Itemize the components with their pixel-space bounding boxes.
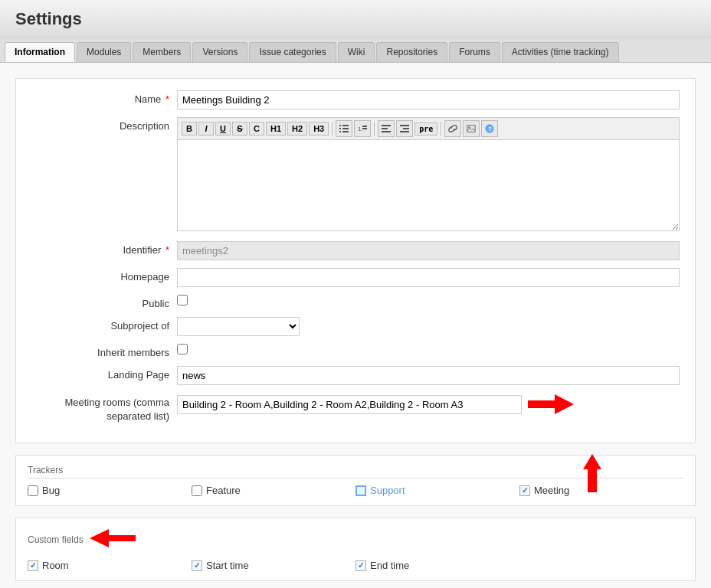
identifier-input[interactable] bbox=[177, 241, 680, 260]
info-section: Name * Description B I U S bbox=[15, 78, 696, 443]
custom-field-start-checkbox[interactable] bbox=[192, 560, 202, 571]
name-required: * bbox=[165, 93, 169, 105]
public-control bbox=[177, 295, 680, 308]
trackers-section: Trackers Bug Feature Support Me bbox=[15, 455, 696, 506]
h1-button[interactable]: H1 bbox=[266, 122, 286, 136]
tracker-feature-checkbox[interactable] bbox=[192, 485, 202, 496]
svg-rect-14 bbox=[400, 131, 409, 132]
tab-information[interactable]: Information bbox=[5, 42, 75, 62]
identifier-required: * bbox=[165, 244, 169, 256]
tracker-feature: Feature bbox=[192, 485, 356, 496]
bold-button[interactable]: B bbox=[182, 122, 197, 136]
tab-modules[interactable]: Modules bbox=[77, 42, 131, 62]
name-label: Name * bbox=[31, 90, 177, 105]
name-control bbox=[177, 90, 680, 109]
tab-issue-categories[interactable]: Issue categories bbox=[249, 42, 336, 62]
tracker-bug: Bug bbox=[28, 485, 192, 496]
description-textarea[interactable] bbox=[177, 139, 680, 231]
homepage-label: Homepage bbox=[31, 268, 177, 283]
svg-rect-0 bbox=[339, 125, 341, 126]
svg-marker-20 bbox=[583, 454, 601, 492]
separator3 bbox=[441, 122, 441, 136]
tab-versions[interactable]: Versions bbox=[192, 42, 247, 62]
link-button[interactable] bbox=[444, 120, 461, 137]
custom-field-end-checkbox[interactable] bbox=[356, 560, 366, 571]
tracker-bug-checkbox[interactable] bbox=[28, 485, 38, 496]
homepage-input[interactable] bbox=[177, 268, 680, 287]
page-header: Settings bbox=[0, 0, 711, 38]
tracker-meeting: Meeting bbox=[519, 485, 683, 496]
unordered-list-button[interactable] bbox=[336, 120, 352, 137]
subproject-row: Subproject of bbox=[31, 317, 680, 336]
description-toolbar: B I U S C H1 H2 H3 bbox=[177, 117, 680, 139]
trackers-grid: Bug Feature Support Meeting bbox=[28, 485, 683, 496]
svg-rect-13 bbox=[403, 128, 409, 129]
tracker-support-label: Support bbox=[370, 485, 405, 496]
tab-forums[interactable]: Forums bbox=[449, 42, 500, 62]
svg-rect-4 bbox=[339, 131, 341, 132]
image-button[interactable] bbox=[463, 120, 480, 137]
custom-field-start-time: Start time bbox=[192, 560, 356, 571]
tracker-meeting-checkbox[interactable] bbox=[519, 485, 530, 496]
svg-marker-19 bbox=[528, 394, 574, 414]
inherit-members-checkbox[interactable] bbox=[177, 344, 188, 354]
tab-members[interactable]: Members bbox=[133, 42, 191, 62]
svg-marker-21 bbox=[90, 529, 136, 547]
align-left-button[interactable] bbox=[378, 120, 395, 137]
description-control: B I U S C H1 H2 H3 bbox=[177, 117, 680, 234]
landing-page-label: Landing Page bbox=[31, 366, 177, 381]
arrow-icon bbox=[528, 393, 574, 416]
description-row: Description B I U S C H1 H2 H3 bbox=[31, 117, 680, 234]
tracker-meeting-label: Meeting bbox=[534, 485, 569, 496]
tabs-bar: Information Modules Members Versions Iss… bbox=[0, 38, 711, 63]
landing-page-control bbox=[177, 366, 680, 385]
tab-wiki[interactable]: Wiki bbox=[338, 42, 375, 62]
tab-repositories[interactable]: Repositories bbox=[376, 42, 447, 62]
separator2 bbox=[374, 122, 375, 136]
identifier-label: Identifier * bbox=[31, 241, 177, 256]
strikethrough-button[interactable]: S bbox=[232, 122, 247, 136]
custom-field-room-checkbox[interactable] bbox=[28, 560, 38, 571]
tracker-feature-label: Feature bbox=[206, 485, 241, 496]
homepage-control bbox=[177, 268, 680, 287]
page-title: Settings bbox=[15, 9, 696, 29]
inherit-members-control bbox=[177, 344, 680, 357]
svg-rect-10 bbox=[382, 128, 388, 129]
landing-page-input[interactable] bbox=[177, 366, 680, 385]
code-button[interactable]: C bbox=[249, 122, 264, 136]
inherit-members-row: Inherit members bbox=[31, 344, 680, 358]
tab-activities[interactable]: Activities (time tracking) bbox=[502, 42, 619, 62]
subproject-label: Subproject of bbox=[31, 317, 177, 332]
italic-button[interactable]: I bbox=[198, 122, 214, 136]
pre-button[interactable]: pre bbox=[414, 122, 437, 136]
name-row: Name * bbox=[31, 90, 680, 109]
subproject-select[interactable] bbox=[177, 317, 300, 336]
h2-button[interactable]: H2 bbox=[287, 122, 307, 136]
ordered-list-button[interactable]: 1. bbox=[354, 120, 371, 137]
image-icon bbox=[467, 124, 476, 133]
help-icon: ? bbox=[485, 123, 494, 134]
public-label: Public bbox=[31, 295, 177, 309]
help-button[interactable]: ? bbox=[481, 120, 498, 137]
svg-rect-7 bbox=[362, 126, 367, 127]
support-checkbox-visual bbox=[356, 485, 366, 496]
meeting-rooms-label: Meeting rooms (comma separated list) bbox=[31, 393, 177, 423]
svg-rect-9 bbox=[382, 125, 391, 126]
custom-fields-section: Custom fields Room bbox=[15, 518, 696, 581]
align-right-button[interactable] bbox=[396, 120, 413, 137]
subproject-control bbox=[177, 317, 680, 336]
identifier-control bbox=[177, 241, 680, 260]
meeting-rooms-input[interactable] bbox=[177, 395, 522, 414]
main-content: Name * Description B I U S bbox=[0, 63, 711, 588]
custom-field-end-time: End time bbox=[356, 560, 519, 571]
meeting-arrow bbox=[577, 454, 608, 495]
h3-button[interactable]: H3 bbox=[309, 122, 329, 136]
svg-rect-11 bbox=[382, 131, 391, 132]
ordered-list-icon: 1. bbox=[358, 124, 367, 133]
underline-button[interactable]: U bbox=[215, 122, 231, 136]
tracker-bug-label: Bug bbox=[42, 485, 60, 496]
align-left-icon bbox=[382, 124, 391, 133]
meeting-arrow-icon bbox=[577, 454, 608, 492]
name-input[interactable] bbox=[177, 90, 680, 109]
public-checkbox[interactable] bbox=[177, 295, 188, 305]
